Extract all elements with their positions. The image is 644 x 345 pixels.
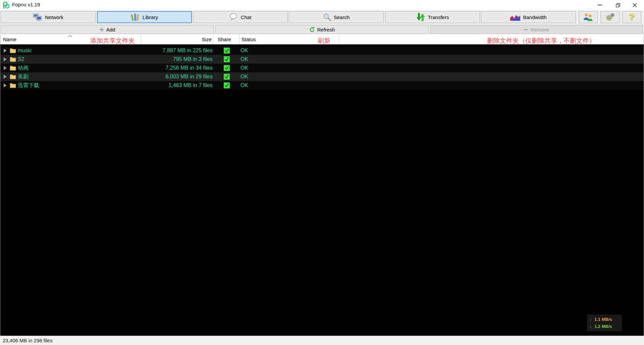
- tab-bar: Network Library Chat: [0, 10, 644, 24]
- minimize-icon: [598, 5, 602, 5]
- folder-icon: [10, 65, 16, 71]
- settings-button[interactable]: [600, 11, 620, 23]
- tab-bandwidth[interactable]: Bandwidth: [481, 11, 576, 23]
- add-plus-icon: [100, 27, 104, 32]
- library-icon: [131, 13, 140, 21]
- expand-arrow-icon[interactable]: [4, 83, 7, 87]
- tab-label: Bandwidth: [523, 14, 546, 20]
- share-checkbox[interactable]: [224, 74, 230, 80]
- library-toolbar: Add Refresh Remove: [0, 24, 644, 34]
- network-icon: [33, 13, 42, 21]
- tab-label: Transfers: [428, 14, 449, 20]
- download-arrow-icon: ↓: [590, 323, 594, 330]
- download-speed: ↓1.2 MB/s: [590, 323, 622, 330]
- close-button[interactable]: [627, 0, 642, 10]
- folder-name: music: [18, 46, 32, 55]
- folder-name: 美剧: [18, 72, 29, 81]
- shared-folders-list: music 7,887 MB in 225 files OK S2 795 MB…: [0, 45, 644, 336]
- help-icon: ?: [629, 13, 635, 22]
- download-speed-value: 1.2 MB/s: [594, 324, 612, 329]
- folder-icon: [10, 82, 16, 88]
- add-button[interactable]: Add: [1, 25, 214, 34]
- add-button-label: Add: [106, 27, 115, 32]
- share-checkbox[interactable]: [224, 48, 230, 54]
- window-title: Fopnu v1.19: [12, 2, 40, 7]
- table-header: Name Size Share Status 添加共享文件夹 刷新 删除文件夹（…: [0, 34, 644, 45]
- table-row[interactable]: 迅雷下载 1,463 MB in 7 files OK: [0, 81, 644, 90]
- chat-icon: [229, 13, 238, 21]
- folder-status: OK: [240, 55, 248, 64]
- folder-status: OK: [240, 46, 248, 55]
- share-checkbox[interactable]: [224, 56, 230, 62]
- folder-icon: [10, 56, 16, 62]
- folder-icon: [10, 48, 16, 53]
- tab-chat[interactable]: Chat: [193, 11, 288, 23]
- expand-arrow-icon[interactable]: [4, 66, 7, 70]
- folder-name: S2: [18, 55, 24, 64]
- share-checkbox[interactable]: [224, 82, 230, 88]
- table-row[interactable]: music 7,887 MB in 225 files OK: [0, 46, 644, 55]
- folder-status: OK: [240, 64, 248, 72]
- table-row[interactable]: S2 795 MB in 3 files OK: [0, 55, 644, 64]
- tab-search[interactable]: Search: [289, 11, 384, 23]
- users-button[interactable]: [579, 11, 598, 23]
- folder-icon: [10, 74, 16, 79]
- share-checkbox[interactable]: [224, 65, 230, 71]
- bandwidth-icon: [510, 14, 520, 21]
- refresh-button-label: Refresh: [317, 27, 335, 32]
- folder-size: 7,887 MB in 225 files: [141, 46, 213, 55]
- tab-transfers[interactable]: Transfers: [385, 11, 480, 23]
- annotation-refresh: 刷新: [318, 37, 330, 45]
- table-row[interactable]: 动画 7,256 MB in 34 files OK: [0, 64, 644, 72]
- tab-label: Library: [143, 14, 158, 20]
- help-button[interactable]: ?: [622, 11, 641, 23]
- speed-overlay: ↑1.1 MB/s ↓1.2 MB/s: [587, 315, 622, 331]
- tab-library[interactable]: Library: [97, 11, 192, 23]
- upload-speed: ↑1.1 MB/s: [590, 316, 622, 323]
- remove-minus-icon: [524, 29, 528, 30]
- expand-arrow-icon[interactable]: [4, 75, 7, 79]
- annotation-add-folder: 添加共享文件夹: [90, 37, 135, 45]
- folder-size: 7,256 MB in 34 files: [141, 64, 213, 72]
- folder-size: 795 MB in 3 files: [141, 55, 213, 64]
- minimize-button[interactable]: [592, 0, 607, 10]
- upload-speed-value: 1.1 MB/s: [594, 317, 612, 322]
- upload-arrow-icon: ↑: [590, 316, 594, 323]
- close-icon: [633, 3, 637, 7]
- remove-button[interactable]: Remove: [430, 25, 643, 34]
- folder-status: OK: [240, 72, 248, 81]
- refresh-icon: [309, 27, 315, 32]
- gears-icon: [605, 13, 615, 21]
- users-icon: [583, 13, 593, 21]
- remove-button-label: Remove: [531, 27, 549, 32]
- column-label-share: Share: [218, 37, 231, 42]
- table-row[interactable]: 美剧 6,003 MB in 29 files OK: [0, 72, 644, 81]
- column-header-size[interactable]: Size: [141, 34, 213, 44]
- folder-status: OK: [240, 81, 248, 90]
- library-summary: 23,406 MB in 298 files: [3, 338, 52, 343]
- expand-arrow-icon[interactable]: [4, 49, 7, 53]
- refresh-button[interactable]: Refresh: [215, 25, 429, 34]
- column-header-share[interactable]: Share: [213, 34, 239, 44]
- search-icon: [323, 13, 331, 21]
- column-label-size: Size: [202, 37, 212, 42]
- fopnu-window: Fopnu v1.19: [0, 0, 644, 345]
- restore-button[interactable]: [611, 0, 626, 10]
- folder-name: 迅雷下载: [18, 81, 39, 90]
- expand-arrow-icon[interactable]: [4, 57, 7, 61]
- folder-name: 动画: [18, 64, 29, 72]
- folder-size: 1,463 MB in 7 files: [141, 81, 213, 90]
- tab-label: Search: [334, 14, 350, 20]
- transfers-icon: [416, 13, 425, 21]
- fopnu-logo-icon: [3, 1, 10, 9]
- tab-label: Chat: [241, 14, 252, 20]
- column-label-status: Status: [241, 37, 256, 42]
- status-bar: 23,406 MB in 298 files: [0, 336, 644, 345]
- title-bar: Fopnu v1.19: [0, 0, 644, 10]
- column-label-name: Name: [3, 37, 16, 42]
- tab-network[interactable]: Network: [1, 11, 96, 23]
- folder-size: 6,003 MB in 29 files: [141, 72, 213, 81]
- restore-icon: [616, 3, 621, 7]
- annotation-remove-folder: 删除文件夹（仅删除共享，不删文件）: [487, 37, 595, 45]
- tab-label: Network: [45, 14, 63, 20]
